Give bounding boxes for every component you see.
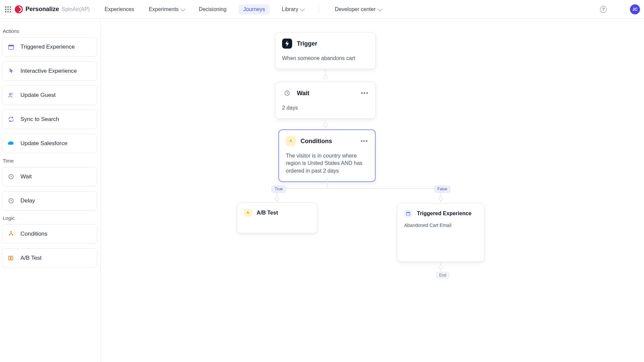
nav-label: Experiences [105, 6, 134, 12]
node-body: Abandoned Cart Email [404, 222, 477, 229]
sidebar-group-actions: Actions [3, 28, 100, 34]
sidebar-item-label: Wait [20, 173, 32, 180]
avatar-initials: JC [632, 7, 637, 12]
edge-handle[interactable] [275, 196, 279, 200]
node-body: 2 days [282, 104, 369, 112]
main: Actions Triggered Experience Interactive… [0, 19, 644, 362]
nav-experiments[interactable]: Experiments [146, 4, 187, 14]
node-title: A/B Test [257, 210, 278, 216]
sidebar-item-ab-test[interactable]: A/B Test [2, 248, 97, 268]
node-body: The visitor is in country where region i… [286, 152, 368, 175]
apps-grid-icon[interactable] [4, 5, 12, 13]
nav-library[interactable]: Library [279, 4, 306, 14]
chevron-down-icon [180, 6, 185, 11]
svg-rect-14 [407, 212, 410, 213]
avatar[interactable]: JC [630, 4, 640, 14]
nav-journeys[interactable]: Journeys [238, 4, 270, 14]
clock-icon [7, 173, 15, 181]
branch-true-badge: True [272, 186, 286, 192]
node-triggered-experience[interactable]: Triggered Experience Abandoned Cart Emai… [397, 203, 484, 262]
edge-handle[interactable] [323, 123, 327, 127]
node-ab-test[interactable]: A/B Test [237, 202, 317, 233]
branch-icon [286, 136, 296, 146]
calendar-icon [404, 209, 412, 218]
pointer-icon [7, 67, 15, 75]
primary-nav: Experiences Experiments Decisioning Jour… [102, 4, 384, 14]
sidebar-item-conditions[interactable]: Conditions [2, 224, 97, 244]
node-more-button[interactable]: ••• [361, 90, 369, 96]
node-body: When someone abandons cart [282, 55, 369, 62]
settings-button[interactable] [614, 5, 623, 14]
brand[interactable]: Personalize SpinAir(AP) [15, 5, 90, 13]
sidebar-item-interactive-experience[interactable]: Interactive Experience [2, 61, 97, 81]
sidebar-item-label: Sync to Search [20, 116, 59, 123]
svg-point-9 [12, 234, 13, 235]
brand-subtitle: SpinAir(AP) [62, 6, 90, 12]
node-title: Trigger [297, 40, 317, 47]
sidebar: Actions Triggered Experience Interactive… [0, 19, 101, 362]
svg-rect-11 [11, 256, 13, 260]
edge-handle[interactable] [323, 75, 327, 79]
nav-label: Decisioning [199, 6, 227, 12]
sidebar-item-label: Update Guest [20, 92, 56, 99]
bolt-icon [282, 39, 292, 49]
sidebar-item-update-guest[interactable]: Update Guest [2, 85, 97, 105]
clock-icon [7, 197, 15, 205]
ab-test-icon [7, 254, 15, 262]
sidebar-item-update-salesforce[interactable]: Update Salesforce [2, 134, 97, 153]
nav-separator [319, 5, 319, 14]
nav-developer-center[interactable]: Developer center [332, 4, 384, 14]
brand-logo-icon [15, 5, 23, 13]
sidebar-item-label: Conditions [20, 231, 47, 237]
nav-label: Library [282, 6, 298, 12]
help-button[interactable]: ? [599, 5, 608, 14]
sidebar-item-label: A/B Test [20, 255, 42, 261]
branch-end-badge: End [436, 272, 449, 279]
sidebar-item-delay[interactable]: Delay [2, 191, 97, 210]
top-nav: Personalize SpinAir(AP) Experiences Expe… [0, 0, 644, 19]
branch-false-badge: False [434, 186, 450, 192]
nav-experiences[interactable]: Experiences [102, 4, 137, 14]
svg-rect-2 [9, 45, 14, 46]
sidebar-item-wait[interactable]: Wait [2, 167, 97, 186]
edge [277, 188, 441, 189]
sidebar-item-label: Delay [20, 197, 35, 204]
node-more-button[interactable]: ••• [361, 138, 368, 144]
help-icon: ? [600, 6, 607, 13]
edge-handle[interactable] [439, 265, 443, 269]
sidebar-item-sync-to-search[interactable]: Sync to Search [2, 110, 97, 129]
edge [327, 178, 327, 188]
chevron-down-icon [377, 6, 382, 11]
topnav-right: ? JC [599, 4, 640, 14]
node-title: Conditions [301, 138, 332, 145]
calendar-icon [7, 43, 15, 51]
sidebar-group-time: Time [3, 158, 100, 164]
node-conditions[interactable]: Conditions ••• The visitor is in country… [278, 129, 376, 182]
branch-icon [244, 209, 252, 217]
svg-point-3 [9, 93, 11, 95]
journey-canvas[interactable]: Trigger When someone abandons cart Wait … [101, 19, 644, 362]
svg-point-4 [12, 93, 13, 95]
nav-decisioning[interactable]: Decisioning [196, 4, 229, 14]
edge-handle[interactable] [439, 196, 443, 200]
sidebar-group-logic: Logic [3, 215, 100, 221]
svg-point-7 [11, 231, 11, 232]
nav-label: Journeys [243, 6, 265, 12]
brand-title: Personalize [25, 6, 59, 13]
chevron-down-icon [300, 6, 305, 11]
salesforce-icon [7, 139, 15, 147]
sidebar-item-label: Interactive Experience [20, 68, 77, 74]
sidebar-item-triggered-experience[interactable]: Triggered Experience [2, 37, 97, 57]
node-title: Triggered Experience [417, 210, 472, 217]
node-trigger[interactable]: Trigger When someone abandons cart [275, 32, 376, 69]
clock-icon [282, 88, 292, 98]
branch-icon [7, 230, 15, 238]
svg-rect-10 [9, 256, 10, 260]
nav-label: Experiments [149, 6, 179, 12]
node-wait[interactable]: Wait ••• 2 days [275, 82, 376, 119]
sync-icon [7, 115, 15, 123]
user-icon [7, 91, 15, 99]
sidebar-item-label: Update Salesforce [20, 140, 67, 147]
nav-label: Developer center [335, 6, 376, 12]
svg-point-8 [9, 234, 10, 235]
